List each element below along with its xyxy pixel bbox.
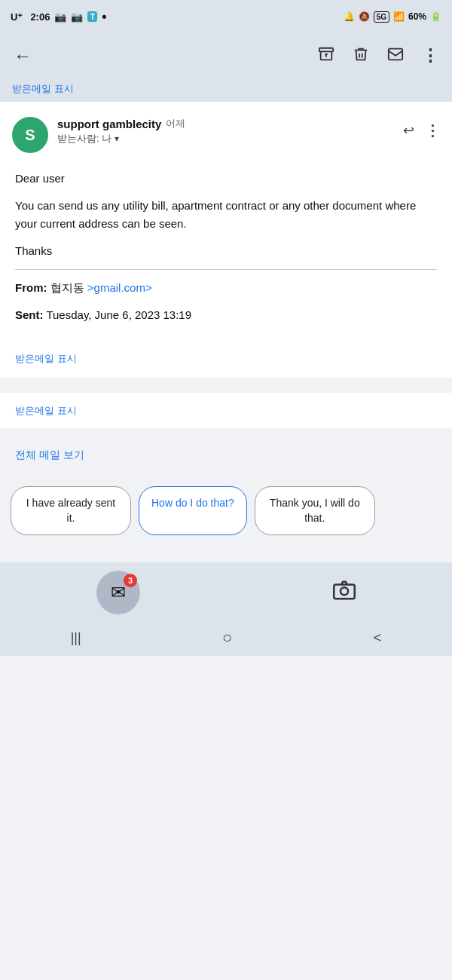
- quick-reply-how-do-i[interactable]: How do I do that?: [139, 486, 247, 535]
- camera-nav-icon: [333, 579, 356, 607]
- camera-nav-button[interactable]: [333, 579, 356, 607]
- full-email-link[interactable]: 전체 메일 보기: [15, 449, 84, 461]
- battery-icon: 🔋: [430, 11, 441, 22]
- recipient-row[interactable]: 받는사람: 나 ▾: [57, 132, 394, 145]
- mail-nav-icon: ✉: [111, 582, 126, 603]
- back-button[interactable]: ←: [14, 45, 32, 66]
- quick-replies: I have already sent it. How do I do that…: [0, 477, 452, 547]
- section-spacer-1: [0, 378, 452, 393]
- alarm-icon: 🔔: [344, 11, 355, 22]
- mail-nav-wrapper: ✉ 3: [96, 571, 140, 614]
- recipient-text: 받는사람: 나: [57, 132, 111, 145]
- menu-nav-icon[interactable]: |||: [71, 630, 81, 646]
- email-body: Dear user You can send us any utility bi…: [0, 162, 452, 348]
- received-show-link-1: 받은메일 표시: [0, 348, 452, 378]
- status-bar: U⁺ 2:06 📷 📷 T • 🔔 🔕 5G 📶 60% 🔋: [0, 0, 452, 33]
- mail-badge: 3: [124, 574, 137, 587]
- sender-time: 어제: [166, 117, 185, 130]
- talk-icon: T: [87, 11, 97, 22]
- instagram2-icon: 📷: [71, 11, 83, 23]
- mail-nav-button[interactable]: ✉ 3: [96, 571, 140, 614]
- received-label-top: 받은메일 표시: [0, 78, 452, 102]
- svg-rect-1: [389, 48, 402, 60]
- email-greeting: Dear user: [15, 170, 437, 188]
- received-label-mid-link[interactable]: 받은메일 표시: [15, 405, 77, 416]
- sender-info: support gamblecity 어제 받는사람: 나 ▾: [57, 117, 394, 145]
- 5g-badge: 5G: [374, 11, 389, 23]
- mute-icon: 🔕: [359, 11, 370, 22]
- sent-date: Tuesday, June 6, 2023 13:19: [46, 308, 191, 321]
- full-email-row: 전체 메일 보기: [0, 436, 452, 477]
- bottom-spacer: [0, 547, 452, 562]
- email-from-line: From: 협지동 >gmail.com>: [15, 279, 437, 297]
- chevron-down-icon: ▾: [115, 133, 119, 144]
- section-spacer-2: [0, 428, 452, 436]
- from-name: 협지동: [50, 281, 84, 294]
- email-content: You can send us any utility bill, apartm…: [15, 197, 437, 233]
- more-options-icon[interactable]: ⋮: [422, 46, 438, 66]
- from-email: >gmail.com>: [87, 281, 152, 294]
- battery-label: 60%: [408, 11, 426, 22]
- svg-point-3: [341, 587, 348, 595]
- status-left: U⁺ 2:06 📷 📷 T •: [11, 9, 106, 25]
- carrier-label: U⁺: [11, 11, 23, 23]
- signal-icon: 📶: [393, 11, 405, 22]
- sender-row: S support gamblecity 어제 받는사람: 나 ▾ ↩ ⋮: [0, 102, 452, 162]
- svg-rect-0: [319, 47, 333, 51]
- email-divider: [15, 269, 437, 270]
- sender-name: support gamblecity: [57, 118, 161, 130]
- status-right: 🔔 🔕 5G 📶 60% 🔋: [344, 11, 441, 23]
- received-label-mid: 받은메일 표시: [0, 393, 452, 428]
- sent-label: Sent:: [15, 308, 44, 321]
- quick-reply-already-sent[interactable]: I have already sent it.: [11, 486, 131, 535]
- sender-actions: ↩ ⋮: [403, 117, 440, 139]
- mail-icon[interactable]: [387, 46, 404, 66]
- delete-icon[interactable]: [353, 46, 369, 66]
- quick-reply-thank-you[interactable]: Thank you, I will do that.: [255, 486, 375, 535]
- reply-button[interactable]: ↩: [403, 122, 414, 139]
- status-time: 2:06: [30, 11, 50, 23]
- email-thanks: Thanks: [15, 242, 437, 260]
- bottom-nav: ✉ 3: [0, 562, 452, 623]
- email-sent-line: Sent: Tuesday, June 6, 2023 13:19: [15, 306, 437, 324]
- received-show-link-1-anchor[interactable]: 받은메일 표시: [15, 353, 77, 364]
- back-nav-icon[interactable]: <: [374, 630, 382, 646]
- sender-avatar: S: [12, 117, 48, 153]
- instagram-icon: 📷: [54, 11, 66, 23]
- more-email-options-icon[interactable]: ⋮: [425, 121, 440, 139]
- system-nav: ||| ○ <: [0, 623, 452, 656]
- received-label-top-link[interactable]: 받은메일 표시: [12, 83, 74, 94]
- home-nav-icon[interactable]: ○: [222, 628, 232, 648]
- from-label: From:: [15, 281, 47, 294]
- email-area: S support gamblecity 어제 받는사람: 나 ▾ ↩ ⋮ De…: [0, 102, 452, 378]
- archive-icon[interactable]: [318, 46, 334, 66]
- dot-icon: •: [102, 9, 106, 25]
- sender-name-row: support gamblecity 어제: [57, 117, 394, 130]
- toolbar-left: ←: [14, 45, 32, 66]
- toolbar-right: ⋮: [318, 46, 438, 66]
- email-toolbar: ← ⋮: [0, 33, 452, 78]
